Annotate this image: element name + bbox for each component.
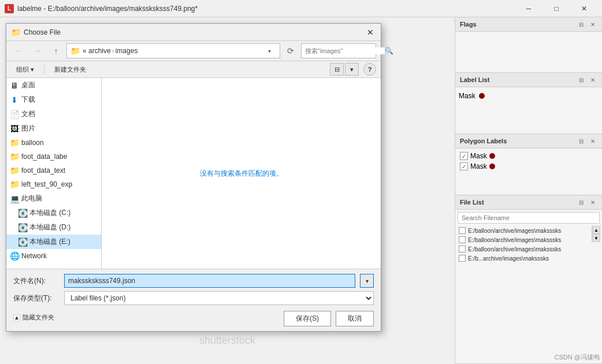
file-checkbox-1[interactable] [459, 227, 466, 234]
tree-item-balloon[interactable]: 📁 balloon [6, 136, 101, 150]
file-checkbox-2[interactable] [459, 236, 466, 243]
polygon-labels-float-button[interactable]: ⊟ [577, 136, 586, 146]
refresh-button[interactable]: ⟳ [283, 44, 299, 58]
tree-item-desktop[interactable]: 🖥 桌面 [6, 78, 101, 92]
file-list-controls: ⊟ ✕ [577, 198, 597, 207]
file-item-2-text: E:/balloon/archive/images\maksssks [468, 237, 561, 243]
right-panel: Flags ⊟ ✕ Label List ⊟ ✕ [455, 17, 602, 364]
app-icon: L [5, 4, 14, 13]
cancel-button[interactable]: 取消 [336, 311, 374, 326]
tree-item-disk-d[interactable]: 💽 本地磁盘 (D:) [6, 220, 101, 235]
search-filename-input[interactable] [458, 212, 600, 224]
search-box: 🔍 [301, 43, 376, 58]
dialog-overlay: 📁 Choose File ✕ ← → ↑ 📁 « archi [0, 17, 387, 364]
window-controls: ─ □ ✕ [515, 0, 597, 17]
file-list-header: File List ⊟ ✕ [455, 195, 602, 210]
label-list-title: Label List [460, 76, 489, 83]
main-layout: shutterstock 📁 Choose File ✕ ← [0, 17, 602, 364]
foot-data-text-icon: 📁 [10, 166, 19, 175]
foot-data-labe-icon: 📁 [10, 152, 19, 161]
up-button[interactable]: ↑ [48, 44, 64, 58]
polygon-label-2-text: Mask [470, 162, 487, 170]
label-list-header: Label List ⊟ ✕ [455, 73, 602, 87]
csdn-watermark: CSDN @冯珑鸣 [555, 353, 600, 362]
scroll-down-btn[interactable]: ▼ [592, 234, 600, 242]
filename-dropdown-button[interactable]: ▾ [360, 274, 374, 288]
dialog-toolbar2: 组织 ▾ 新建文件夹 ⊟ ▾ ? [6, 61, 381, 78]
hidden-folder-label: 隐藏文件夹 [23, 313, 54, 322]
file-item-3-text: E:/balloon/archive/images\maksssks [468, 246, 561, 252]
minimize-button[interactable]: ─ [515, 0, 542, 17]
dialog-bottom: 文件名(N): ▾ 保存类型(T): Label files (*.json) [6, 269, 381, 331]
polygon-labels-close-button[interactable]: ✕ [588, 136, 597, 146]
toggle-arrow-icon: ▲ [13, 314, 20, 321]
view-icon-button[interactable]: ⊟ [330, 63, 344, 76]
file-list-scroll: E:/balloon/archive/images\maksssks E:/ba… [458, 226, 600, 263]
scroll-up-btn[interactable]: ▲ [592, 226, 600, 234]
address-dropdown-button[interactable]: ▾ [262, 44, 276, 58]
label-list-float-button[interactable]: ⊟ [577, 75, 586, 84]
path-separator-1: › [112, 47, 114, 55]
tree-item-documents[interactable]: 📄 文档 [6, 107, 101, 121]
tree-item-disk-e[interactable]: 💽 本地磁盘 (E:) [6, 235, 101, 249]
forward-button[interactable]: → [29, 44, 46, 58]
organize-button[interactable]: 组织 ▾ [11, 64, 39, 76]
dialog-body: 🖥 桌面 ⬇ 下载 📄 文档 [6, 78, 381, 269]
file-list-scrollbar[interactable]: ▲ ▼ [592, 226, 600, 242]
polygon-dot-2 [489, 164, 495, 169]
filetype-row: 保存类型(T): Label files (*.json) [13, 291, 374, 305]
hidden-folder-toggle[interactable]: ▲ 隐藏文件夹 [13, 313, 54, 322]
tree-item-left-test[interactable]: 📁 left_test_90_exp [6, 177, 101, 191]
polygon-item-2: ✓ Mask [458, 161, 600, 172]
empty-message: 没有与搜索条件匹配的项。 [200, 169, 283, 179]
file-checkbox-4[interactable] [459, 255, 466, 262]
tree-item-this-pc[interactable]: 💻 此电脑 [6, 191, 101, 206]
tree-item-foot-data-text[interactable]: 📁 foot_data_text [6, 164, 101, 177]
save-button[interactable]: 保存(S) [284, 311, 331, 326]
tree-item-foot-data-labe[interactable]: 📁 foot_data_labe [6, 150, 101, 164]
disk-e-icon: 💽 [18, 237, 27, 247]
flags-title: Flags [460, 21, 477, 28]
search-input[interactable] [305, 47, 385, 54]
dialog-toolbar: ← → ↑ 📁 « archive › images ▾ [6, 41, 381, 61]
file-item-1: E:/balloon/archive/images\maksssks [458, 226, 592, 235]
dialog-close-button[interactable]: ✕ [365, 27, 376, 38]
toolbar2-separator [44, 65, 44, 74]
filetype-label: 保存类型(T): [13, 294, 60, 303]
folder-icon: 📁 [70, 46, 80, 55]
window-title: labelme - E:/balloon/archive/images/maks… [17, 5, 515, 13]
disk-d-icon: 💽 [18, 223, 27, 232]
label-list-close-button[interactable]: ✕ [588, 75, 597, 84]
polygon-checkbox-2[interactable]: ✓ [460, 162, 468, 170]
file-list-close-button[interactable]: ✕ [588, 198, 597, 207]
tree-item-network[interactable]: 🌐 Network [6, 249, 101, 263]
title-bar: L labelme - E:/balloon/archive/images/ma… [0, 0, 602, 17]
content-area: 没有与搜索条件匹配的项。 [102, 78, 381, 269]
new-folder-button[interactable]: 新建文件夹 [49, 64, 91, 76]
disk-c-icon: 💽 [18, 209, 27, 218]
address-bar[interactable]: 📁 « archive › images ▾ [66, 43, 280, 58]
filename-input[interactable] [64, 274, 355, 288]
label-mask-text: Mask [459, 92, 475, 100]
filetype-select[interactable]: Label files (*.json) [64, 291, 374, 305]
polygon-labels-section: Polygon Labels ⊟ ✕ ✓ Mask [455, 134, 602, 195]
back-button[interactable]: ← [11, 44, 27, 58]
file-checkbox-3[interactable] [459, 246, 466, 252]
tree-item-pictures[interactable]: 🖼 图片 [6, 121, 101, 136]
polygon-labels-controls: ⊟ ✕ [577, 136, 597, 146]
tree-item-download[interactable]: ⬇ 下载 [6, 92, 101, 107]
flags-float-button[interactable]: ⊟ [577, 20, 586, 29]
help-button[interactable]: ? [363, 63, 376, 76]
file-list-float-button[interactable]: ⊟ [577, 198, 586, 207]
path-part-archive: « archive [83, 47, 111, 55]
tree-item-disk-c[interactable]: 💽 本地磁盘 (C:) [6, 206, 101, 220]
close-button[interactable]: ✕ [571, 0, 597, 17]
flags-close-button[interactable]: ✕ [588, 20, 597, 29]
view-dropdown-button[interactable]: ▾ [345, 63, 359, 76]
polygon-checkbox-1[interactable]: ✓ [460, 152, 468, 160]
file-list-content: E:/balloon/archive/images\maksssks E:/ba… [455, 210, 602, 265]
download-icon: ⬇ [10, 95, 19, 105]
maximize-button[interactable]: □ [543, 0, 570, 17]
file-list-title: File List [460, 199, 484, 206]
file-list-items: E:/balloon/archive/images\maksssks E:/ba… [458, 226, 592, 263]
